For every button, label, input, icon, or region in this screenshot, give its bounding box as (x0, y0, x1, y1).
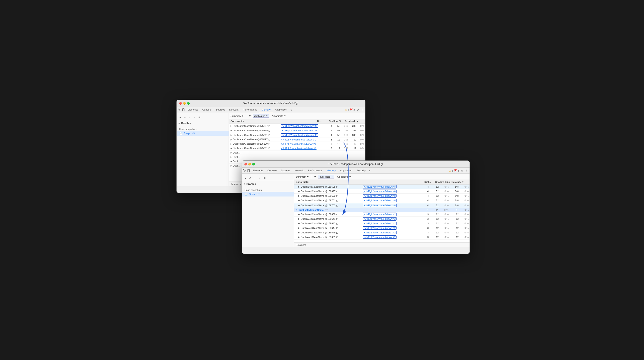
table-row[interactable]: ▶Dupli... (229, 155, 365, 159)
filter-clear-back[interactable]: ✕ (266, 115, 268, 117)
tab-application-back[interactable]: Application (273, 107, 289, 112)
table-row[interactable]: ▶DuplicatedClassName @139703 ◻ XJrrEgL?a… (294, 203, 470, 208)
table-row[interactable]: ▶DuplicatedClassName @139647 ◻ XJrrEgL?a… (294, 226, 470, 230)
alert-badges-front: ⚠ 6 🚩 5 ⚙ ⋮ (449, 169, 469, 173)
maximize-button[interactable] (187, 102, 190, 105)
devtools-mobile-icon-front[interactable] (246, 169, 250, 173)
tab-sources-back[interactable]: Sources (214, 107, 227, 112)
devtools-inspect-icon-front[interactable] (243, 169, 246, 173)
profiles-title-front: Profiles (246, 183, 256, 186)
table-row[interactable]: ▶DuplicatedClassName @175199 ◻ XJrrEgL?n… (229, 142, 365, 146)
devtools-inspect-icon[interactable] (178, 108, 182, 112)
filter-clear-front[interactable]: ✕ (331, 175, 333, 178)
heap-snapshots-label-front: Heap snapshots (242, 187, 294, 192)
minimize-button[interactable] (183, 102, 186, 105)
table-row[interactable]: ▶Dupli... (229, 150, 365, 155)
header-dist-front: Dist... (417, 180, 432, 184)
warning-badge-front: ⚠ 6 (449, 169, 453, 172)
table-row[interactable]: ▶DuplicatedClassName @139701 ◻ XJrrEgL?a… (294, 198, 470, 203)
header-shallow-front: Shallow Size (432, 180, 451, 184)
table-row[interactable]: ▶DuplicatedClassName @175261 ◻ XJrrEgL?n… (229, 133, 365, 137)
devtools-mobile-icon[interactable] (182, 108, 185, 112)
tab-sources-front[interactable]: Sources (279, 168, 292, 173)
table-row[interactable]: ▶DuplicatedClassName @139697 ◻ XJrrEgL?a… (294, 189, 470, 194)
close-button-front[interactable] (244, 163, 247, 165)
flag-badge-back: 🚩 2 (350, 108, 355, 111)
summary-dropdown-front[interactable]: Summary ▾ (296, 175, 308, 178)
table-row[interactable]: ▶DuplicatedClassName @139699 ◻ XJrrEgL?a… (294, 194, 470, 198)
maximize-button-front[interactable] (252, 163, 255, 165)
title-bar-back: DevTools - codepen.io/web-dot-dev/pen/XJ… (177, 100, 365, 107)
stop-icon-front[interactable]: ⊘ (248, 176, 252, 180)
close-button[interactable] (179, 102, 182, 105)
window-title-front: DevTools - codepen.io/web-dot-dev/pen/XJ… (244, 163, 467, 166)
tab-console-front[interactable]: Console (265, 168, 279, 173)
profiles-header-back: ≡ Profiles (177, 121, 228, 126)
record-icon-front[interactable]: ● (244, 176, 247, 180)
tab-network-back[interactable]: Network (227, 107, 240, 112)
tab-memory-front[interactable]: Memory (324, 168, 338, 173)
tab-security-front[interactable]: Security (354, 168, 368, 173)
table-row[interactable]: ▶DuplicatedClassName @139649 ◻ XJrrEgL?a… (294, 230, 470, 235)
table-row[interactable]: ▶DuplicatedClassName @175259 ◻ XJrrEgL?n… (229, 128, 365, 133)
table-row[interactable]: ▶DuplicatedClassName @175257 ◻ XJrrEgL?n… (229, 124, 365, 128)
snapshot-item-front[interactable]: 📄 Snap... (1.... (242, 192, 294, 197)
group-row[interactable]: ▼DuplicatedClassName ×7 3 84 0 % 84 0 % (294, 208, 470, 212)
tab-performance-front[interactable]: Performance (306, 168, 324, 173)
minimize-button-front[interactable] (248, 163, 251, 165)
upload-icon-back[interactable]: ↑ (188, 115, 192, 119)
heap-snapshots-label-back: Heap snapshots (177, 127, 228, 131)
table-row[interactable]: ▶DuplicatedClassName @139695 ◻ XJrrEgL?a… (294, 185, 470, 189)
download-icon-back[interactable]: ↓ (193, 115, 196, 119)
table-row[interactable]: ▶DuplicatedClassName @175201 ◻ XJrrEgL?n… (229, 146, 365, 150)
objects-dropdown-front[interactable]: All objects ▾ (337, 175, 350, 178)
filter-bar-front: Summary ▾ ⚑ duplicated ✕ All objects ▾ (294, 174, 470, 180)
table-row[interactable]: ▶DuplicatedClassName @175197 ◻ XJrrEgL?n… (229, 137, 365, 142)
sidebar-front: ● ⊘ ↑ ↓ ⊞ ≡ Profiles Heap snapshots 📄 Sn… (242, 174, 294, 247)
filter-tag-front[interactable]: duplicated ✕ (318, 175, 334, 178)
filter-tag-back[interactable]: duplicated ✕ (253, 114, 269, 118)
tab-elements-front[interactable]: Elements (250, 168, 265, 173)
devtools-body-front: ● ⊘ ↑ ↓ ⊞ ≡ Profiles Heap snapshots 📄 Sn… (242, 174, 470, 247)
alert-badges-back: ⚠ 2 🚩 2 ⚙ ⋮ (345, 108, 364, 112)
settings-icon-back[interactable]: ⚙ (356, 108, 360, 112)
summary-dropdown-back[interactable]: Summary ▾ (230, 114, 243, 117)
content-front: Summary ▾ ⚑ duplicated ✕ All objects ▾ (294, 174, 470, 247)
tab-bar-back: Elements Console Sources Network Perform… (177, 107, 365, 113)
sidebar-controls-front: ● ⊘ ↑ ↓ ⊞ (242, 175, 294, 181)
snapshot-item-back[interactable]: 📄 Snap... (3.... (177, 131, 228, 136)
tab-more-front[interactable]: » (368, 168, 372, 173)
more-icon-back[interactable]: ⋮ (360, 108, 364, 112)
download-icon-front[interactable]: ↓ (258, 176, 262, 180)
table-row[interactable]: ▶DuplicatedClassName @139639 ◻ XJrrEgL?a… (294, 212, 470, 217)
warning-badge-back: ⚠ 2 (345, 108, 349, 111)
traffic-lights-back (179, 102, 190, 105)
record-icon-back[interactable]: ● (178, 115, 182, 119)
table-row[interactable]: ▶DuplicatedClassName @139651 ◻ XJrrEgL?a… (294, 235, 470, 240)
more-icon-front[interactable]: ⋮ (465, 169, 469, 173)
sidebar-controls-back: ● ⊘ ↑ ↓ ⊞ (177, 115, 228, 120)
filter-bar-back: Summary ▾ ⚑ duplicated ✕ All objects ▾ (229, 113, 365, 119)
header-constructor-front: Constructor (294, 180, 362, 184)
table-row[interactable]: ▶DuplicatedClassName @139641 ◻ XJrrEgL?a… (294, 217, 470, 221)
tab-more-back[interactable]: » (289, 108, 293, 112)
tab-memory-back[interactable]: Memory (259, 107, 273, 112)
tab-performance-back[interactable]: Performance (241, 107, 260, 112)
traffic-lights-front (244, 163, 255, 165)
tab-console-back[interactable]: Console (200, 107, 214, 112)
tab-application-front[interactable]: Application (338, 168, 354, 173)
header-dist-back: Di... (306, 119, 322, 124)
settings-icon-front[interactable]: ⚙ (460, 169, 464, 173)
objects-dropdown-back[interactable]: All objects ▾ (272, 114, 285, 117)
compare-icon-back[interactable]: ⊞ (198, 115, 201, 119)
stop-icon-back[interactable]: ⊘ (183, 115, 187, 119)
table-row[interactable]: ▶DuplicatedClassName @139643 ◻ XJrrEgL?a… (294, 221, 470, 226)
flag-badge-front: 🚩 5 (454, 169, 459, 172)
table-header-front: Constructor Dist... Shallow Size Retaine… (294, 180, 470, 185)
window-title-back: DevTools - codepen.io/web-dot-dev/pen/XJ… (179, 102, 363, 105)
upload-icon-front[interactable]: ↑ (253, 176, 256, 180)
header-retained-front: Retaine...▾ (451, 180, 470, 184)
tab-network-front[interactable]: Network (292, 168, 306, 173)
compare-icon-front[interactable]: ⊞ (263, 176, 266, 180)
tab-elements-back[interactable]: Elements (185, 107, 200, 112)
